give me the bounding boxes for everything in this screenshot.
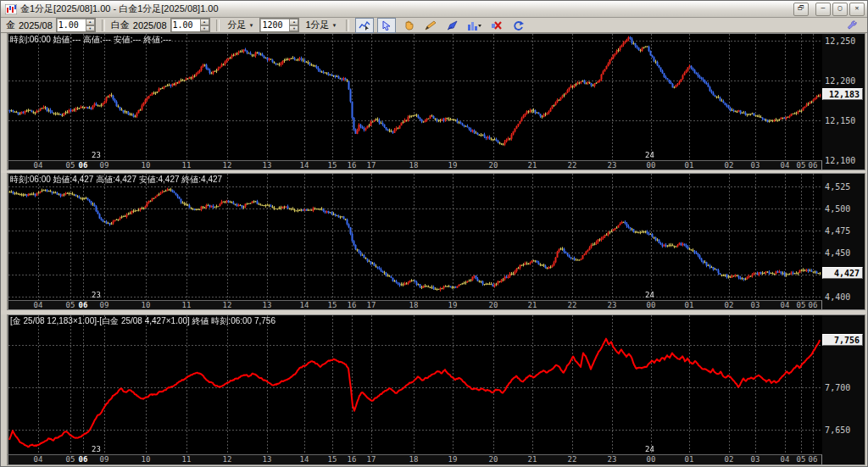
plot-canvas-platinum-1min[interactable]	[8, 174, 823, 300]
date-marker: 24	[645, 151, 654, 159]
time-tick-label: 05	[66, 161, 75, 170]
bar-count-up[interactable]: ▲	[289, 19, 298, 25]
pencil-icon	[425, 20, 436, 31]
title-bar[interactable]: 金1分足[2025/08]1.00 - 白金1分足[2025/08]1.00 🗗…	[1, 1, 867, 18]
float-window-button[interactable]: 🗗	[793, 3, 809, 16]
time-tick-label: 02	[725, 301, 734, 309]
time-tick-label: 06	[809, 455, 818, 464]
indicator-bars-tool-button[interactable]	[465, 18, 484, 33]
select-tool-button[interactable]	[377, 18, 396, 33]
time-tick-label: 21	[528, 161, 537, 170]
pan-tool-button[interactable]	[399, 18, 418, 33]
time-tick-label: 15	[328, 301, 337, 309]
panel-right-edge	[865, 33, 868, 170]
time-axis: 0405060910111213141516171819202122230001…	[8, 300, 822, 310]
date-marker: 23	[92, 445, 101, 453]
platinum-multiplier-up[interactable]: ▲	[200, 19, 209, 25]
delete-tool-button[interactable]	[487, 18, 506, 33]
platinum-multiplier-spinner[interactable]: 1.00 ▲▼	[170, 18, 210, 32]
price-axis-label: 12,250	[825, 36, 855, 46]
chart-panel-platinum-1min: 時刻:06:00 始値:4,427 高値:4,427 安値:4,427 終値:4…	[1, 173, 868, 310]
period-type-dropdown[interactable]: 分足▼	[225, 18, 257, 32]
app-chart-icon	[5, 4, 17, 14]
price-axis-label: 7,700	[825, 383, 850, 392]
time-tick-label: 06	[79, 301, 88, 309]
price-axis-label: 4,450	[825, 248, 850, 258]
chart-panel-gold-platinum-spread: [金 25/08 12,183×1.00]-[白金 25/08 4,427×1.…	[1, 314, 868, 465]
time-tick-label: 15	[328, 455, 337, 464]
time-tick-label: 18	[409, 301, 419, 309]
date-marker: 24	[645, 445, 654, 453]
pencil-tool-button[interactable]	[421, 18, 440, 33]
gold-multiplier-spinner[interactable]: 1.00 ▲▼	[56, 18, 96, 32]
time-tick-label: 01	[685, 301, 694, 309]
time-tick-label: 11	[182, 161, 192, 170]
chart-area: 時刻:06:00 始値:--- 高値:--- 安値:--- 終値:---2324…	[1, 33, 868, 465]
time-tick-label: 14	[300, 301, 309, 309]
bar-count-spinner[interactable]: 1200 ▲▼	[259, 18, 299, 32]
bar-count-down[interactable]: ▼	[289, 25, 298, 32]
time-tick-label: 04	[781, 455, 790, 464]
price-axis-label: 12,100	[825, 156, 855, 165]
price-axis-label: 4,500	[825, 204, 850, 214]
pen-icon	[447, 20, 458, 31]
time-tick-label: 02	[725, 455, 734, 464]
draw-pen-tool-button[interactable]	[443, 18, 462, 33]
info-line: 時刻:06:00 始値:4,427 高値:4,427 安値:4,427 終値:4…	[10, 174, 222, 186]
platinum-multiplier-down[interactable]: ▼	[200, 25, 209, 32]
crosshair-chart-tool-button[interactable]	[355, 18, 374, 33]
panel-right-edge	[865, 314, 868, 465]
plot-platinum-1min[interactable]: 時刻:06:00 始値:4,427 高値:4,427 安値:4,427 終値:4…	[8, 173, 822, 300]
gold-multiplier-value[interactable]: 1.00	[57, 20, 86, 30]
time-tick-label: 16	[348, 301, 357, 309]
refresh-tool-button[interactable]	[509, 18, 528, 33]
crosshair-chart-icon	[359, 20, 370, 31]
time-tick-label: 04	[34, 301, 43, 309]
time-tick-label: 10	[142, 455, 151, 464]
time-tick-label: 14	[300, 161, 309, 170]
time-tick-label: 05	[797, 455, 806, 464]
platinum-multiplier-value[interactable]: 1.00	[171, 20, 200, 30]
plot-gold-platinum-spread[interactable]: [金 25/08 12,183×1.00]-[白金 25/08 4,427×1.…	[8, 314, 822, 454]
time-tick-label: 06	[79, 161, 88, 170]
refresh-icon	[513, 20, 524, 31]
last-price-box: 7,756	[822, 334, 863, 346]
price-axis-platinum-1min[interactable]: 4,5254,5004,4754,4504,4004,427	[822, 173, 865, 310]
close-button[interactable]: ✕	[849, 3, 865, 16]
plot-canvas-gold-platinum-spread[interactable]	[8, 315, 823, 454]
time-tick-label: 04	[34, 455, 43, 464]
minimize-button[interactable]: –	[815, 3, 831, 16]
time-tick-label: 02	[725, 161, 734, 170]
time-tick-label: 23	[608, 161, 617, 170]
toolbar-separator	[216, 19, 220, 31]
time-tick-label: 05	[66, 455, 75, 464]
time-tick-label: 09	[100, 455, 109, 464]
timeframe-dropdown[interactable]: 1分足▼	[303, 18, 339, 32]
time-tick-label: 23	[608, 455, 617, 464]
plot-gold-1min[interactable]: 時刻:06:00 始値:--- 高値:--- 安値:--- 終値:---2324	[8, 33, 822, 160]
maximize-button[interactable]: ▢	[832, 3, 848, 16]
time-tick-label: 03	[751, 161, 760, 170]
price-axis-label: 12,200	[825, 76, 855, 86]
time-tick-label: 16	[348, 161, 357, 170]
chevron-down-icon: ▼	[332, 23, 337, 28]
toolbar-separator	[102, 19, 105, 31]
platinum-contract-month: 2025/08	[133, 20, 167, 31]
toolbar-separator	[346, 19, 349, 31]
settings-button[interactable]	[843, 18, 862, 33]
time-tick-label: 00	[647, 455, 656, 464]
price-axis-gold-platinum-spread[interactable]: 7,7007,6507,756	[822, 314, 865, 465]
gold-contract-month: 2025/08	[19, 20, 53, 31]
gold-multiplier-up[interactable]: ▲	[86, 19, 95, 25]
time-tick-label: 17	[367, 301, 376, 309]
time-tick-label: 19	[448, 455, 458, 464]
time-tick-label: 11	[182, 301, 192, 309]
bar-count-value[interactable]: 1200	[260, 20, 289, 30]
time-tick-label: 10	[142, 161, 151, 170]
time-tick-label: 18	[409, 455, 419, 464]
toolbar: 金 2025/08 1.00 ▲▼ 白金 2025/08 1.00 ▲▼ 分足▼…	[1, 18, 867, 33]
time-tick-label: 23	[608, 301, 617, 309]
price-axis-gold-1min[interactable]: 12,25012,20012,15012,10012,183	[822, 33, 865, 170]
gold-multiplier-down[interactable]: ▼	[86, 25, 95, 32]
plot-canvas-gold-1min[interactable]	[8, 34, 823, 160]
